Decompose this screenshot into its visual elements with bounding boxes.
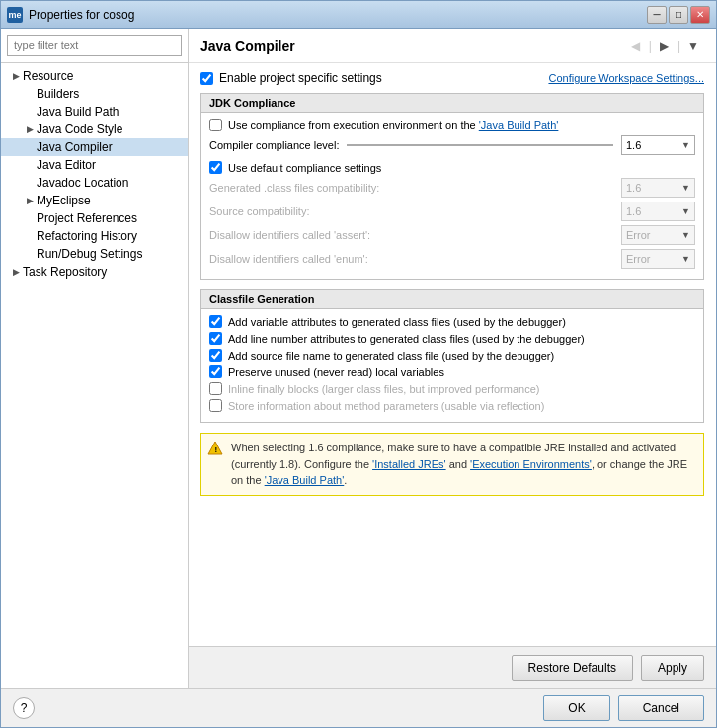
- classfile-item-4: Inline finally blocks (larger class file…: [209, 382, 695, 395]
- disallow-assert-row: Disallow identifiers called 'assert': Er…: [209, 225, 695, 245]
- arrow-icon: ▶: [9, 69, 23, 83]
- classfile-item-3: Preserve unused (never read) local varia…: [209, 365, 695, 378]
- nav-buttons: ◀ | ▶ | ▼: [625, 37, 704, 56]
- sidebar-item-label: Refactoring History: [37, 229, 137, 243]
- sidebar-item-label: Resource: [23, 69, 73, 83]
- execution-env-checkbox[interactable]: [209, 119, 222, 131]
- java-build-path-link1[interactable]: 'Java Build Path': [479, 120, 559, 131]
- footer-right: OK Cancel: [543, 695, 704, 721]
- nav-separator: |: [649, 40, 652, 53]
- disallow-enum-value: Error: [626, 253, 650, 265]
- arrow-icon: ▶: [23, 122, 37, 136]
- compliance-label: Compiler compliance level:: [209, 139, 339, 151]
- window-icon: me: [7, 7, 23, 23]
- generated-class-row: Generated .class files compatibility: 1.…: [209, 178, 695, 198]
- disallow-assert-label: Disallow identifiers called 'assert':: [209, 229, 621, 241]
- tree-area: ▶ Resource Builders Java Build Path ▶ Ja…: [1, 63, 188, 688]
- arrow-icon: [23, 176, 37, 190]
- classfile-item-0: Add variable attributes to generated cla…: [209, 315, 695, 328]
- dropdown-arrow-icon: ▼: [681, 140, 690, 150]
- dropdown-arrow-icon: ▼: [681, 230, 690, 240]
- sidebar-item-java-code-style[interactable]: ▶ Java Code Style: [1, 121, 188, 138]
- arrow-icon: ▶: [9, 265, 23, 279]
- classfile-checkbox-1[interactable]: [209, 332, 222, 345]
- classfile-label-5: Store information about method parameter…: [228, 400, 544, 412]
- sidebar-item-label: Builders: [37, 87, 79, 101]
- maximize-button[interactable]: □: [669, 6, 688, 24]
- disallow-enum-label: Disallow identifiers called 'enum':: [209, 253, 621, 265]
- execution-environments-link[interactable]: 'Execution Environments': [470, 458, 592, 470]
- source-compat-label: Source compatibility:: [209, 205, 621, 217]
- sidebar-item-java-compiler[interactable]: Java Compiler: [1, 138, 188, 156]
- close-button[interactable]: ✕: [690, 6, 710, 24]
- sidebar-item-label: Java Build Path: [37, 105, 119, 119]
- titlebar-buttons: ─ □ ✕: [647, 6, 710, 24]
- nav-dropdown-button[interactable]: ▼: [682, 37, 704, 56]
- sidebar-item-resource[interactable]: ▶ Resource: [1, 67, 188, 85]
- sidebar-item-task-repository[interactable]: ▶ Task Repository: [1, 263, 188, 281]
- default-compliance-row: Use default compliance settings: [209, 161, 695, 174]
- titlebar: me Properties for cosog ─ □ ✕: [1, 1, 716, 29]
- execution-env-row: Use compliance from execution environmen…: [209, 119, 695, 131]
- sidebar-item-label: Java Code Style: [37, 122, 122, 136]
- sidebar: ▶ Resource Builders Java Build Path ▶ Ja…: [1, 29, 189, 688]
- sidebar-item-run-debug-settings[interactable]: Run/Debug Settings: [1, 245, 188, 263]
- sidebar-item-refactoring-history[interactable]: Refactoring History: [1, 227, 188, 245]
- arrow-icon: [23, 105, 37, 119]
- sidebar-item-myeclipse[interactable]: ▶ MyEclipse: [1, 192, 188, 209]
- sidebar-item-java-editor[interactable]: Java Editor: [1, 156, 188, 174]
- main-panel: Java Compiler ◀ | ▶ | ▼ Enable project s…: [189, 29, 716, 688]
- sidebar-item-builders[interactable]: Builders: [1, 85, 188, 103]
- classfile-checkbox-0[interactable]: [209, 315, 222, 328]
- nav-forward-button[interactable]: ▶: [654, 37, 676, 56]
- compliance-value: 1.6: [626, 139, 641, 151]
- cancel-button[interactable]: Cancel: [618, 695, 704, 721]
- arrow-icon: [23, 247, 37, 261]
- enable-checkbox[interactable]: [200, 72, 213, 85]
- sidebar-item-javadoc-location[interactable]: Javadoc Location: [1, 174, 188, 192]
- enable-label: Enable project specific settings: [219, 71, 382, 85]
- enable-left: Enable project specific settings: [200, 71, 382, 85]
- window-title: Properties for cosog: [29, 8, 647, 22]
- classfile-label-1: Add line number attributes to generated …: [228, 333, 585, 345]
- jdk-compliance-section: JDK Compliance Use compliance from execu…: [200, 93, 704, 280]
- help-button[interactable]: ?: [13, 697, 35, 719]
- nav-back-button[interactable]: ◀: [625, 37, 647, 56]
- classfile-checkbox-5[interactable]: [209, 399, 222, 412]
- classfile-checkbox-2[interactable]: [209, 349, 222, 362]
- sidebar-item-java-build-path[interactable]: Java Build Path: [1, 103, 188, 121]
- disallow-enum-dropdown: Error ▼: [621, 249, 695, 269]
- compliance-line: [347, 144, 613, 146]
- sidebar-item-label: Java Editor: [37, 158, 96, 172]
- classfile-label-0: Add variable attributes to generated cla…: [228, 316, 566, 328]
- dropdown-arrow-icon: ▼: [681, 183, 690, 193]
- classfile-checkbox-4[interactable]: [209, 382, 222, 395]
- sidebar-item-project-references[interactable]: Project References: [1, 209, 188, 227]
- bottom-bar: Restore Defaults Apply: [189, 646, 716, 688]
- source-compat-value: 1.6: [626, 205, 641, 217]
- installed-jres-link[interactable]: 'Installed JREs': [372, 458, 446, 470]
- jdk-section-body: Use compliance from execution environmen…: [201, 113, 703, 279]
- classfile-item-5: Store information about method parameter…: [209, 399, 695, 412]
- default-compliance-checkbox[interactable]: [209, 161, 222, 174]
- restore-defaults-button[interactable]: Restore Defaults: [512, 655, 633, 681]
- compliance-level-row: Compiler compliance level: 1.6 ▼: [209, 135, 695, 155]
- minimize-button[interactable]: ─: [647, 6, 667, 24]
- ok-button[interactable]: OK: [543, 695, 609, 721]
- svg-text:!: !: [215, 445, 218, 454]
- configure-workspace-link[interactable]: Configure Workspace Settings...: [548, 72, 704, 84]
- arrow-icon: ▶: [23, 194, 37, 207]
- dropdown-arrow-icon: ▼: [681, 254, 690, 264]
- default-compliance-label: Use default compliance settings: [228, 162, 381, 174]
- apply-button[interactable]: Apply: [641, 655, 704, 681]
- filter-input[interactable]: [7, 35, 182, 56]
- filter-box: [1, 29, 188, 63]
- arrow-icon: [23, 211, 37, 225]
- classfile-checkbox-3[interactable]: [209, 365, 222, 378]
- classfile-section-title: Classfile Generation: [201, 290, 703, 309]
- compliance-dropdown[interactable]: 1.6 ▼: [621, 135, 695, 155]
- java-build-path-link2[interactable]: 'Java Build Path': [265, 474, 345, 486]
- classfile-label-3: Preserve unused (never read) local varia…: [228, 366, 444, 378]
- classfile-label-2: Add source file name to generated class …: [228, 350, 554, 362]
- arrow-icon: [23, 87, 37, 101]
